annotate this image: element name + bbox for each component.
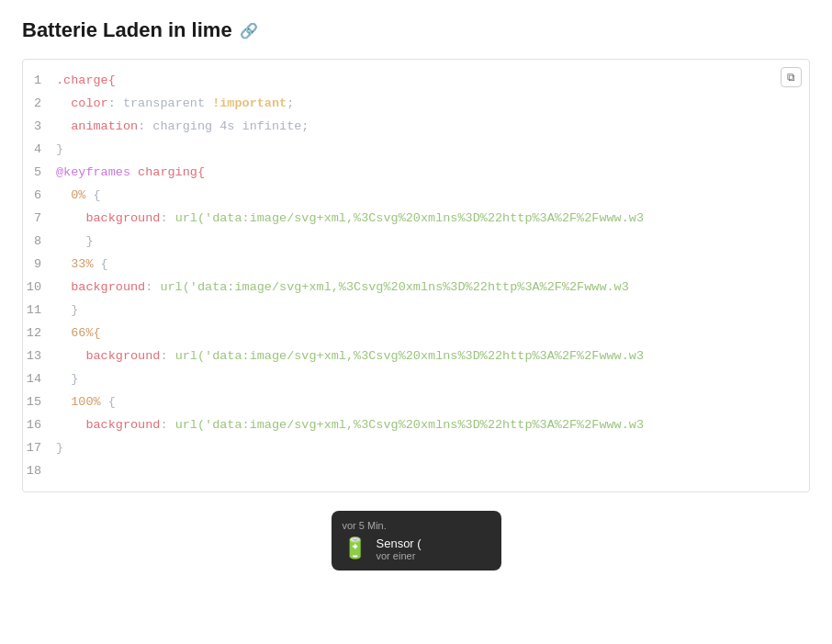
line-number: 6 — [23, 184, 56, 207]
link-icon[interactable]: 🔗 — [240, 22, 258, 40]
line-content: } — [56, 367, 78, 390]
line-content: } — [56, 230, 94, 253]
line-number: 18 — [23, 459, 56, 482]
line-content: } — [56, 299, 78, 322]
line-number: 9 — [23, 253, 56, 276]
line-number: 13 — [23, 345, 56, 367]
table-row: 4} — [23, 138, 809, 161]
page-title: Batterie Laden in lime 🔗 — [22, 18, 810, 42]
table-row: 3 animation: charging 4s infinite; — [23, 115, 809, 138]
table-row: 13 background: url('data:image/svg+xml,%… — [23, 345, 809, 367]
line-content: @keyframes charging{ — [56, 161, 205, 184]
line-content: } — [56, 436, 63, 459]
line-number: 3 — [23, 115, 56, 138]
line-number: 10 — [23, 276, 56, 299]
table-row: 1.charge{ — [23, 69, 809, 92]
line-content: .charge{ — [56, 69, 116, 92]
table-row: 12 66%{ — [23, 322, 809, 345]
line-content: background: url('data:image/svg+xml,%3Cs… — [56, 345, 644, 367]
table-row: 5@keyframes charging{ — [23, 161, 809, 184]
line-number: 15 — [23, 390, 56, 413]
line-content: background: url('data:image/svg+xml,%3Cs… — [56, 207, 644, 230]
line-number: 12 — [23, 322, 56, 345]
notification-title: Sensor ( — [377, 537, 422, 550]
notification-area: vor 5 Min. 🔋 Sensor ( vor einer — [22, 511, 810, 571]
notification-card: vor 5 Min. 🔋 Sensor ( vor einer — [332, 511, 501, 571]
line-content: background: url('data:image/svg+xml,%3Cs… — [56, 276, 629, 299]
code-block: ⧉ 1.charge{2 color: transparent !importa… — [22, 59, 810, 492]
table-row: 18 — [23, 459, 809, 482]
battery-icon: 🔋 — [343, 538, 367, 559]
line-content: 66%{ — [56, 322, 101, 345]
line-number: 7 — [23, 207, 56, 230]
line-content: background: url('data:image/svg+xml,%3Cs… — [56, 413, 644, 436]
line-number: 8 — [23, 230, 56, 253]
table-row: 7 background: url('data:image/svg+xml,%3… — [23, 207, 809, 230]
line-number: 1 — [23, 69, 56, 92]
copy-button[interactable]: ⧉ — [781, 67, 802, 87]
line-content: 33% { — [56, 253, 108, 276]
line-content: animation: charging 4s infinite; — [56, 115, 309, 138]
table-row: 14 } — [23, 367, 809, 390]
notification-time: vor 5 Min. — [343, 520, 490, 531]
line-content: color: transparent !important; — [56, 92, 294, 115]
table-row: 10 background: url('data:image/svg+xml,%… — [23, 276, 809, 299]
table-row: 6 0% { — [23, 184, 809, 207]
line-content: } — [56, 138, 63, 161]
code-content: 1.charge{2 color: transparent !important… — [23, 60, 809, 491]
line-number: 17 — [23, 436, 56, 459]
table-row: 16 background: url('data:image/svg+xml,%… — [23, 413, 809, 436]
table-row: 9 33% { — [23, 253, 809, 276]
table-row: 11 } — [23, 299, 809, 322]
line-number: 16 — [23, 413, 56, 436]
line-content: 100% { — [56, 390, 116, 413]
line-number: 4 — [23, 138, 56, 161]
notification-subtitle: vor einer — [377, 550, 422, 561]
line-number: 11 — [23, 299, 56, 322]
line-number: 5 — [23, 161, 56, 184]
table-row: 17} — [23, 436, 809, 459]
line-number: 2 — [23, 92, 56, 115]
line-content: 0% { — [56, 184, 101, 207]
code-scroll-area[interactable]: 1.charge{2 color: transparent !important… — [23, 60, 809, 491]
table-row: 15 100% { — [23, 390, 809, 413]
line-number: 14 — [23, 367, 56, 390]
table-row: 2 color: transparent !important; — [23, 92, 809, 115]
table-row: 8 } — [23, 230, 809, 253]
